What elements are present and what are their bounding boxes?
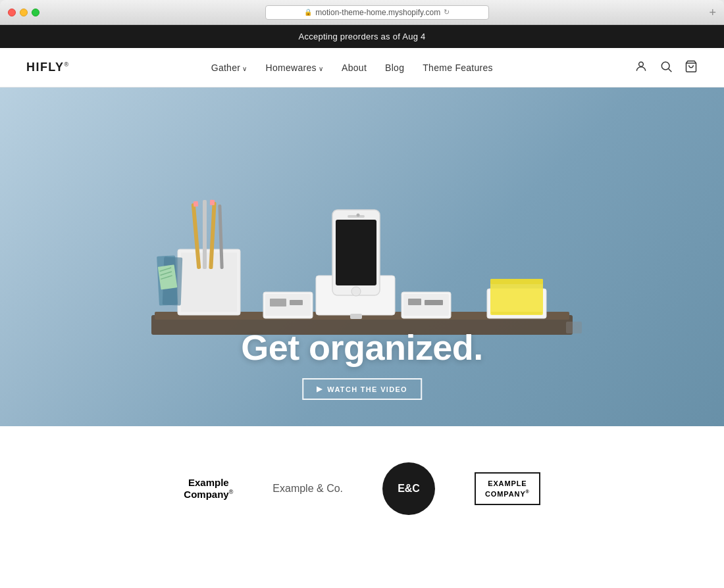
- nav-links: Gather Homewares About Blog Theme Featur…: [211, 62, 493, 74]
- account-icon[interactable]: [634, 60, 648, 75]
- search-icon[interactable]: [659, 60, 673, 75]
- brand-logo-4: ExampleCompany®: [475, 472, 540, 504]
- brands-section: ExampleCompany® Example & Co. E&C Exampl…: [0, 426, 724, 551]
- new-tab-button[interactable]: +: [709, 7, 716, 18]
- brand-2-text: Example & Co.: [272, 483, 343, 495]
- hero-section: Get organized. ▶ WATCH THE VIDEO: [0, 87, 724, 426]
- nav-link-homewares[interactable]: Homewares: [266, 62, 324, 73]
- svg-rect-30: [290, 300, 303, 305]
- announcement-text: Accepting preorders as of Aug 4: [298, 32, 425, 41]
- brand-1-text: ExampleCompany®: [184, 477, 233, 501]
- fullscreen-button[interactable]: [32, 9, 39, 16]
- nav-item-theme-features[interactable]: Theme Features: [423, 62, 493, 74]
- hero-content: Get organized. ▶ WATCH THE VIDEO: [241, 327, 483, 400]
- main-nav: HIFLY® Gather Homewares About Blog Theme…: [0, 48, 724, 87]
- svg-rect-22: [336, 220, 376, 285]
- svg-rect-12: [194, 201, 199, 207]
- svg-rect-29: [270, 299, 286, 306]
- svg-point-1: [661, 62, 669, 70]
- play-icon: ▶: [317, 385, 323, 393]
- hero-title: Get organized.: [241, 327, 483, 368]
- brand-4-text: ExampleCompany®: [485, 479, 530, 498]
- nav-item-about[interactable]: About: [342, 62, 367, 74]
- brand-logo-1: ExampleCompany®: [184, 477, 233, 501]
- minimize-button[interactable]: [20, 9, 28, 16]
- svg-rect-24: [348, 215, 365, 218]
- traffic-lights: [8, 9, 39, 16]
- brand-logo-3: E&C: [382, 462, 435, 515]
- close-button[interactable]: [8, 9, 16, 16]
- svg-rect-26: [350, 314, 362, 319]
- nav-item-gather[interactable]: Gather: [211, 62, 247, 74]
- announcement-bar: Accepting preorders as of Aug 4: [0, 25, 724, 48]
- svg-rect-37: [490, 279, 543, 284]
- nav-link-gather[interactable]: Gather: [211, 62, 247, 73]
- svg-rect-9: [203, 200, 207, 269]
- website: Accepting preorders as of Aug 4 HIFLY® G…: [0, 25, 724, 588]
- svg-rect-34: [425, 300, 443, 305]
- browser-chrome: 🔒 motion-theme-home.myshopify.com ↻ +: [0, 0, 724, 25]
- brand-4-box: ExampleCompany®: [475, 472, 540, 504]
- svg-rect-13: [210, 200, 215, 205]
- nav-link-blog[interactable]: Blog: [385, 62, 404, 73]
- brand-3-badge: E&C: [382, 462, 435, 515]
- url-text: motion-theme-home.myshopify.com: [315, 8, 440, 17]
- cart-icon[interactable]: [685, 60, 698, 75]
- svg-point-23: [351, 287, 361, 296]
- svg-point-0: [639, 62, 644, 66]
- brand-3-label: E&C: [398, 483, 420, 495]
- nav-icons: [634, 60, 698, 75]
- browser-addressbar: 🔒 motion-theme-home.myshopify.com ↻: [50, 5, 704, 20]
- brand-logo-2: Example & Co.: [272, 483, 343, 495]
- svg-point-25: [357, 214, 360, 217]
- refresh-icon[interactable]: ↻: [444, 8, 450, 16]
- svg-rect-36: [490, 279, 543, 315]
- site-logo[interactable]: HIFLY®: [26, 61, 70, 74]
- nav-item-homewares[interactable]: Homewares: [266, 62, 324, 74]
- svg-rect-7: [181, 253, 237, 312]
- svg-line-2: [669, 69, 672, 72]
- browser-titlebar: 🔒 motion-theme-home.myshopify.com ↻ +: [0, 0, 724, 25]
- svg-rect-40: [566, 322, 582, 333]
- svg-rect-33: [408, 299, 421, 305]
- nav-item-blog[interactable]: Blog: [385, 62, 404, 74]
- nav-link-about[interactable]: About: [342, 62, 367, 73]
- url-bar[interactable]: 🔒 motion-theme-home.myshopify.com ↻: [265, 5, 489, 20]
- lock-icon: 🔒: [304, 9, 312, 16]
- cta-label: WATCH THE VIDEO: [327, 385, 407, 393]
- nav-link-theme-features[interactable]: Theme Features: [423, 62, 493, 73]
- watch-video-button[interactable]: ▶ WATCH THE VIDEO: [302, 378, 422, 400]
